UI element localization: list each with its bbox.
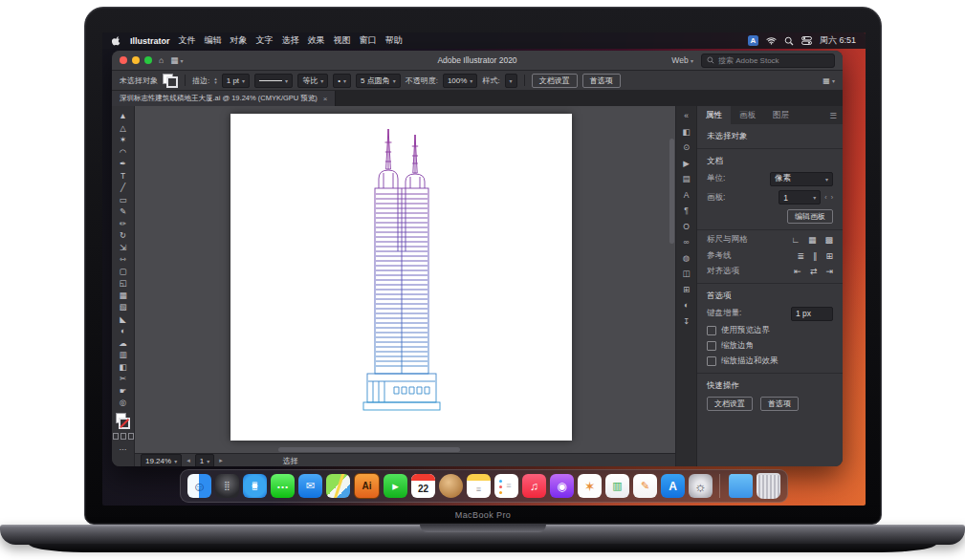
stroke-stepper[interactable]: ▴▾ — [214, 76, 217, 85]
close-tab-icon[interactable]: × — [323, 95, 328, 103]
scale-tool[interactable]: ⇲ — [112, 242, 134, 254]
stock-search-input[interactable]: 搜索 Adobe Stock — [701, 54, 835, 68]
selection-tool[interactable]: ▲ — [112, 110, 134, 122]
brushes-panel-icon[interactable]: ◍ — [683, 253, 690, 263]
dock-icon-folder[interactable] — [729, 474, 753, 498]
rectangle-tool[interactable]: ▭ — [112, 194, 134, 206]
pen-tool[interactable]: ✒ — [112, 158, 134, 170]
transform-panel-icon[interactable]: ⊞ — [683, 285, 690, 294]
menu-select[interactable]: 选择 — [282, 34, 299, 47]
scale-corners-checkbox[interactable] — [707, 341, 716, 351]
opentype-panel-icon[interactable]: O — [683, 222, 690, 231]
style-dropdown[interactable]: ▾ — [505, 74, 517, 88]
menu-object[interactable]: 对象 — [230, 34, 248, 47]
dock-icon-maps[interactable] — [326, 474, 350, 498]
menu-view[interactable]: 视图 — [334, 34, 351, 47]
dock-icon-system-preferences[interactable]: ☼ — [689, 474, 713, 498]
draw-mode-buttons[interactable] — [113, 433, 134, 440]
use-preview-bounds-checkbox[interactable] — [707, 326, 716, 335]
apple-menu-icon[interactable] — [112, 35, 121, 46]
graph-tool[interactable]: ▥ — [112, 349, 134, 361]
dock-icon-messages[interactable]: … — [271, 474, 295, 498]
artboard-tool[interactable]: ◧ — [112, 361, 134, 374]
transparency-panel-icon[interactable]: ◐ — [684, 300, 689, 310]
dock-icon-music[interactable]: ♫ — [522, 474, 546, 498]
dock-icon-pages[interactable]: ✎ — [633, 474, 657, 498]
workspace-switcher[interactable]: Web ▾ — [671, 55, 693, 65]
dock-icon-app-store[interactable]: A — [661, 474, 685, 498]
fill-stroke-swatches[interactable] — [116, 413, 130, 429]
zoom-button[interactable] — [144, 56, 152, 64]
magic-wand-tool[interactable]: ✶ — [112, 134, 134, 146]
menubar-app-name[interactable]: Illustrator — [130, 36, 170, 46]
dock-icon-calendar[interactable]: 22 — [411, 474, 435, 498]
eyedropper-tool[interactable]: ◣ — [112, 313, 134, 326]
blend-tool[interactable]: ◐ — [112, 325, 134, 337]
canvas[interactable] — [135, 106, 675, 453]
menu-edit[interactable]: 编辑 — [205, 34, 222, 47]
menu-type[interactable]: 文字 — [256, 34, 274, 47]
lasso-tool[interactable]: ◠ — [112, 146, 134, 159]
tab-layers[interactable]: 图层 — [764, 106, 798, 124]
dock-icon-finder[interactable]: ☺ — [187, 474, 211, 498]
scale-strokes-effects-checkbox[interactable] — [707, 356, 716, 366]
free-transform-tool[interactable]: ▢ — [112, 266, 134, 278]
gradient-tool[interactable]: ▧ — [112, 301, 134, 313]
previous-artboard-icon[interactable]: ‹ — [824, 194, 826, 201]
dock-icon-trash[interactable] — [757, 473, 780, 499]
graphic-styles-panel-icon[interactable]: ▶ — [683, 159, 690, 168]
lock-guides-icon[interactable]: ∥ — [813, 251, 818, 261]
dock-icon-round-app[interactable] — [439, 474, 463, 498]
symbol-sprayer-tool[interactable]: ☁ — [112, 337, 134, 350]
document-tab[interactable]: 深圳标志性建筑线稿地王大厦.ai @ 19.24% (CMYK/GPU 预览) … — [112, 91, 336, 106]
dock-icon-numbers[interactable]: ▥ — [605, 474, 629, 498]
paintbrush-tool[interactable]: ✎ — [112, 205, 134, 218]
zoom-tool[interactable]: ◎ — [112, 397, 134, 409]
menu-file[interactable]: 文件 — [179, 34, 196, 47]
menu-help[interactable]: 帮助 — [385, 34, 403, 47]
dock-icon-safari[interactable]: ◈ — [243, 474, 267, 498]
color-panel-icon[interactable]: ◧ — [682, 127, 690, 137]
quick-document-setup-button[interactable]: 文档设置 — [707, 397, 753, 411]
document-setup-button[interactable]: 文档设置 — [532, 74, 578, 88]
collapse-panels-icon[interactable]: « — [684, 111, 689, 120]
variable-width-dropdown[interactable]: ▾ — [254, 74, 293, 88]
tab-artboards[interactable]: 画板 — [731, 106, 764, 124]
shape-builder-tool[interactable]: ◱ — [112, 277, 134, 290]
dock-icon-launchpad[interactable]: ⣿ — [215, 474, 239, 498]
control-center-icon[interactable] — [801, 36, 812, 45]
width-tool[interactable]: ⇿ — [112, 253, 134, 266]
vertical-scrollbar[interactable] — [669, 139, 674, 244]
more-tools-icon[interactable]: … — [112, 442, 134, 454]
artboard[interactable] — [230, 114, 572, 441]
dock-icon-notes[interactable]: ≡ — [467, 474, 491, 498]
panel-options-icon[interactable]: ▦ ▾ — [822, 76, 835, 85]
grid-icon[interactable]: ▦ — [808, 235, 817, 245]
smart-guides-icon[interactable]: ⊞ — [825, 251, 833, 261]
units-dropdown[interactable]: 像素▾ — [770, 172, 833, 186]
quick-preferences-button[interactable]: 首选项 — [760, 397, 799, 411]
snap-grid-icon[interactable]: ⇤ — [794, 267, 801, 276]
slice-tool[interactable]: ✂ — [112, 373, 134, 385]
menu-effect[interactable]: 效果 — [308, 34, 325, 47]
snap-pixel-icon[interactable]: ⇄ — [810, 267, 818, 276]
input-source-icon[interactable]: A — [748, 35, 758, 46]
preferences-button[interactable]: 首选项 — [582, 74, 621, 88]
snap-point-icon[interactable]: ⇥ — [825, 267, 833, 276]
next-artboard-icon[interactable]: ▸ — [219, 457, 223, 464]
previous-artboard-icon[interactable]: ◂ — [186, 457, 190, 464]
transparency-grid-icon[interactable]: ▩ — [824, 235, 833, 245]
keyboard-increment-field[interactable]: 1 px — [791, 307, 833, 321]
menubar-clock[interactable]: 周六 6:51 — [820, 34, 856, 47]
character-panel-icon[interactable]: A — [684, 190, 690, 200]
stroke-weight-dropdown[interactable]: 1 pt▾ — [222, 74, 250, 88]
search-icon[interactable] — [784, 36, 794, 46]
symbols-panel-icon[interactable]: ◫ — [682, 269, 690, 278]
brush-definition-dropdown[interactable]: 5 点圆角▾ — [356, 74, 401, 88]
brush-preview-dropdown[interactable]: •▾ — [333, 74, 351, 88]
rulers-icon[interactable]: ∟ — [791, 235, 800, 245]
opacity-dropdown[interactable]: 100%▾ — [443, 74, 477, 88]
mesh-tool[interactable]: ▦ — [112, 290, 134, 302]
dock-icon-facetime[interactable]: ▸ — [384, 474, 407, 498]
menu-window[interactable]: 窗口 — [360, 34, 377, 47]
